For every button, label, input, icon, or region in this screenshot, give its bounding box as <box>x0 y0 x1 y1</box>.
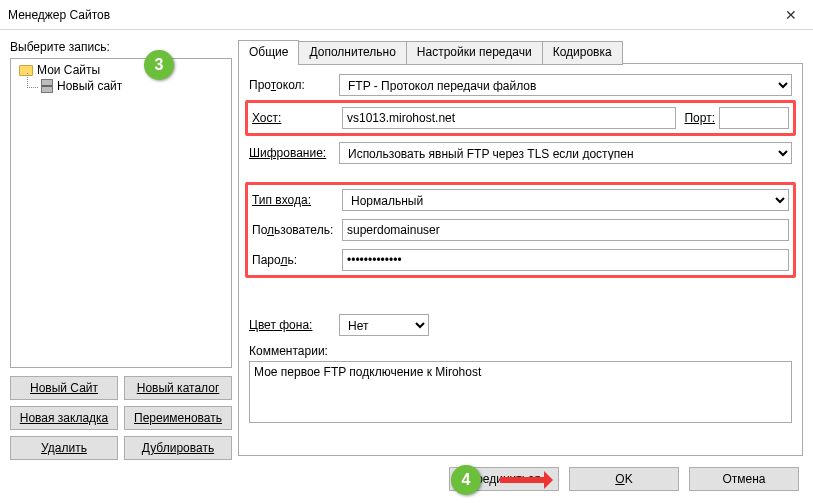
duplicate-button[interactable]: Дублировать <box>124 436 232 460</box>
highlight-host: Хост: Порт: <box>245 100 796 136</box>
tab-strip: Общие Дополнительно Настройки передачи К… <box>238 40 803 64</box>
comments-textarea[interactable]: Мое первое FTP подключение к Mirohost <box>249 361 792 423</box>
close-icon[interactable]: ✕ <box>769 7 813 23</box>
tab-transfer[interactable]: Настройки передачи <box>406 41 543 65</box>
ok-button[interactable]: OK <box>569 467 679 491</box>
tree-root-label: Мои Сайты <box>37 63 100 77</box>
tab-advanced[interactable]: Дополнительно <box>298 41 406 65</box>
title-bar: Менеджер Сайтов ✕ <box>0 0 813 30</box>
protocol-label: Протокол: <box>249 78 339 92</box>
window-title: Менеджер Сайтов <box>8 8 769 22</box>
bgcolor-select[interactable]: Нет <box>339 314 429 336</box>
callout-badge-4: 4 <box>451 465 481 495</box>
password-input[interactable] <box>342 249 789 271</box>
new-site-button[interactable]: Новый Сайт <box>10 376 118 400</box>
site-tree[interactable]: Мои Сайты Новый сайт <box>10 58 232 368</box>
tree-item[interactable]: Новый сайт <box>13 79 229 93</box>
port-input[interactable] <box>719 107 789 129</box>
rename-button[interactable]: Переименовать <box>124 406 232 430</box>
highlight-login: Тип входа: Нормальный Пользователь: Паро… <box>245 182 796 278</box>
new-folder-button[interactable]: Новый каталог <box>124 376 232 400</box>
logon-type-select[interactable]: Нормальный <box>342 189 789 211</box>
tree-item-label: Новый сайт <box>57 79 122 93</box>
password-label: Пароль: <box>252 253 342 267</box>
select-entry-label: Выберите запись: <box>10 40 232 54</box>
tab-charset[interactable]: Кодировка <box>542 41 623 65</box>
tab-panel: Протокол: FTP - Протокол передачи файлов… <box>238 63 803 456</box>
arrow-icon <box>500 477 550 483</box>
port-label: Порт: <box>684 111 715 125</box>
encryption-label: Шифрование: <box>249 146 339 160</box>
delete-button[interactable]: Удалить <box>10 436 118 460</box>
encryption-select[interactable]: Использовать явный FTP через TLS если до… <box>339 142 792 164</box>
protocol-select[interactable]: FTP - Протокол передачи файлов <box>339 74 792 96</box>
user-label: Пользователь: <box>252 223 342 237</box>
server-icon <box>41 79 53 93</box>
callout-badge-3: 3 <box>144 50 174 80</box>
user-input[interactable] <box>342 219 789 241</box>
bgcolor-label: Цвет фона: <box>249 318 339 332</box>
host-input[interactable] <box>342 107 676 129</box>
logon-type-label: Тип входа: <box>252 193 342 207</box>
cancel-button[interactable]: Отмена <box>689 467 799 491</box>
host-label: Хост: <box>252 111 342 125</box>
comments-label: Комментарии: <box>249 344 792 358</box>
new-bookmark-button[interactable]: Новая закладка <box>10 406 118 430</box>
tree-root[interactable]: Мои Сайты <box>13 63 229 77</box>
tab-general[interactable]: Общие <box>238 40 299 64</box>
